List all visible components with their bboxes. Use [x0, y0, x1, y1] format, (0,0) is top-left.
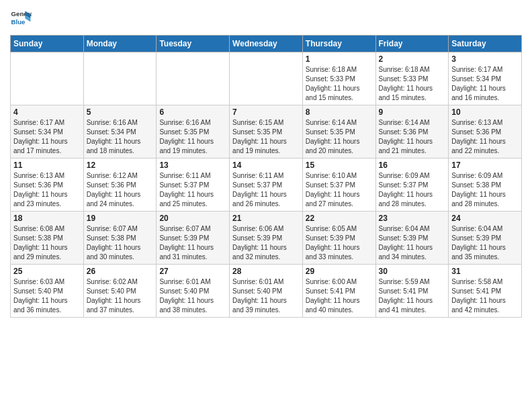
day-info: Sunrise: 5:59 AMSunset: 5:41 PMDaylight:… — [379, 277, 446, 315]
day-number: 23 — [379, 214, 446, 223]
day-header-saturday: Saturday — [449, 36, 522, 52]
week-row-5: 25Sunrise: 6:03 AMSunset: 5:40 PMDayligh… — [11, 265, 522, 318]
day-number: 30 — [379, 267, 446, 276]
day-info: Sunrise: 5:58 AMSunset: 5:41 PMDaylight:… — [451, 277, 519, 315]
day-info: Sunrise: 6:09 AMSunset: 5:38 PMDaylight:… — [451, 171, 519, 209]
logo: General Blue — [10, 7, 34, 28]
day-info: Sunrise: 6:08 AMSunset: 5:38 PMDaylight:… — [13, 224, 81, 262]
day-number: 5 — [87, 107, 154, 117]
week-row-2: 4Sunrise: 6:17 AMSunset: 5:34 PMDaylight… — [11, 105, 522, 158]
day-number: 6 — [159, 107, 226, 117]
day-header-tuesday: Tuesday — [157, 36, 230, 52]
day-cell: 28Sunrise: 6:01 AMSunset: 5:40 PMDayligh… — [230, 265, 303, 318]
day-cell: 20Sunrise: 6:07 AMSunset: 5:39 PMDayligh… — [157, 212, 230, 265]
day-number: 25 — [13, 267, 81, 276]
calendar-page: General Blue SundayMondayTuesdayWednesda… — [0, 0, 532, 328]
day-number: 20 — [159, 214, 226, 223]
day-info: Sunrise: 6:17 AMSunset: 5:34 PMDaylight:… — [451, 65, 519, 103]
day-info: Sunrise: 6:14 AMSunset: 5:35 PMDaylight:… — [306, 118, 373, 156]
day-info: Sunrise: 6:01 AMSunset: 5:40 PMDaylight:… — [159, 277, 226, 315]
day-info: Sunrise: 6:05 AMSunset: 5:39 PMDaylight:… — [306, 224, 373, 262]
day-number: 17 — [451, 161, 519, 170]
day-info: Sunrise: 6:18 AMSunset: 5:33 PMDaylight:… — [306, 65, 373, 103]
day-cell: 26Sunrise: 6:02 AMSunset: 5:40 PMDayligh… — [83, 265, 157, 318]
day-info: Sunrise: 6:01 AMSunset: 5:40 PMDaylight:… — [232, 277, 300, 315]
day-cell: 18Sunrise: 6:08 AMSunset: 5:38 PMDayligh… — [11, 212, 84, 265]
day-header-friday: Friday — [375, 36, 449, 52]
calendar-table: SundayMondayTuesdayWednesdayThursdayFrid… — [10, 35, 522, 318]
day-number: 1 — [306, 54, 373, 64]
day-cell: 17Sunrise: 6:09 AMSunset: 5:38 PMDayligh… — [449, 158, 522, 212]
day-cell — [83, 52, 157, 105]
day-info: Sunrise: 6:00 AMSunset: 5:41 PMDaylight:… — [306, 277, 373, 315]
day-cell — [11, 52, 84, 105]
day-info: Sunrise: 6:10 AMSunset: 5:37 PMDaylight:… — [306, 171, 373, 209]
day-number: 11 — [13, 161, 81, 170]
day-cell: 22Sunrise: 6:05 AMSunset: 5:39 PMDayligh… — [302, 212, 375, 265]
day-number: 21 — [232, 214, 300, 223]
day-info: Sunrise: 6:16 AMSunset: 5:35 PMDaylight:… — [159, 118, 226, 156]
day-info: Sunrise: 6:18 AMSunset: 5:33 PMDaylight:… — [379, 65, 446, 103]
day-number: 22 — [306, 214, 373, 223]
day-number: 12 — [87, 161, 154, 170]
header-row: SundayMondayTuesdayWednesdayThursdayFrid… — [11, 36, 522, 52]
day-number: 9 — [379, 107, 446, 117]
day-number: 27 — [159, 267, 226, 276]
day-info: Sunrise: 6:06 AMSunset: 5:39 PMDaylight:… — [232, 224, 300, 262]
day-header-wednesday: Wednesday — [230, 36, 303, 52]
week-row-1: 1Sunrise: 6:18 AMSunset: 5:33 PMDaylight… — [11, 52, 522, 105]
day-cell: 23Sunrise: 6:04 AMSunset: 5:39 PMDayligh… — [375, 212, 449, 265]
day-cell: 8Sunrise: 6:14 AMSunset: 5:35 PMDaylight… — [302, 105, 375, 158]
day-cell: 15Sunrise: 6:10 AMSunset: 5:37 PMDayligh… — [302, 158, 375, 212]
day-cell: 12Sunrise: 6:12 AMSunset: 5:36 PMDayligh… — [83, 158, 157, 212]
day-cell: 4Sunrise: 6:17 AMSunset: 5:34 PMDaylight… — [11, 105, 84, 158]
day-cell: 6Sunrise: 6:16 AMSunset: 5:35 PMDaylight… — [157, 105, 230, 158]
day-info: Sunrise: 6:03 AMSunset: 5:40 PMDaylight:… — [13, 277, 81, 315]
day-cell: 30Sunrise: 5:59 AMSunset: 5:41 PMDayligh… — [375, 265, 449, 318]
header: General Blue — [10, 7, 522, 28]
day-cell: 3Sunrise: 6:17 AMSunset: 5:34 PMDaylight… — [449, 52, 522, 105]
day-number: 13 — [159, 161, 226, 170]
day-number: 16 — [379, 161, 446, 170]
day-cell: 21Sunrise: 6:06 AMSunset: 5:39 PMDayligh… — [230, 212, 303, 265]
day-header-sunday: Sunday — [11, 36, 84, 52]
day-header-thursday: Thursday — [302, 36, 375, 52]
day-info: Sunrise: 6:07 AMSunset: 5:39 PMDaylight:… — [159, 224, 226, 262]
day-info: Sunrise: 6:04 AMSunset: 5:39 PMDaylight:… — [379, 224, 446, 262]
day-info: Sunrise: 6:02 AMSunset: 5:40 PMDaylight:… — [87, 277, 154, 315]
day-cell: 9Sunrise: 6:14 AMSunset: 5:36 PMDaylight… — [375, 105, 449, 158]
day-number: 8 — [306, 107, 373, 117]
day-info: Sunrise: 6:11 AMSunset: 5:37 PMDaylight:… — [232, 171, 300, 209]
day-cell: 13Sunrise: 6:11 AMSunset: 5:37 PMDayligh… — [157, 158, 230, 212]
day-cell: 27Sunrise: 6:01 AMSunset: 5:40 PMDayligh… — [157, 265, 230, 318]
day-cell: 16Sunrise: 6:09 AMSunset: 5:37 PMDayligh… — [375, 158, 449, 212]
day-cell: 11Sunrise: 6:13 AMSunset: 5:36 PMDayligh… — [11, 158, 84, 212]
day-number: 24 — [451, 214, 519, 223]
day-number: 19 — [87, 214, 154, 223]
day-info: Sunrise: 6:09 AMSunset: 5:37 PMDaylight:… — [379, 171, 446, 209]
day-number: 3 — [451, 54, 519, 64]
day-info: Sunrise: 6:16 AMSunset: 5:34 PMDaylight:… — [87, 118, 154, 156]
day-cell — [230, 52, 303, 105]
day-info: Sunrise: 6:11 AMSunset: 5:37 PMDaylight:… — [159, 171, 226, 209]
day-cell: 29Sunrise: 6:00 AMSunset: 5:41 PMDayligh… — [302, 265, 375, 318]
week-row-3: 11Sunrise: 6:13 AMSunset: 5:36 PMDayligh… — [11, 158, 522, 212]
day-info: Sunrise: 6:07 AMSunset: 5:38 PMDaylight:… — [87, 224, 154, 262]
svg-text:Blue: Blue — [11, 18, 26, 26]
day-cell — [157, 52, 230, 105]
day-cell: 31Sunrise: 5:58 AMSunset: 5:41 PMDayligh… — [449, 265, 522, 318]
day-cell: 25Sunrise: 6:03 AMSunset: 5:40 PMDayligh… — [11, 265, 84, 318]
day-cell: 14Sunrise: 6:11 AMSunset: 5:37 PMDayligh… — [230, 158, 303, 212]
day-info: Sunrise: 6:15 AMSunset: 5:35 PMDaylight:… — [232, 118, 300, 156]
day-number: 28 — [232, 267, 300, 276]
day-number: 14 — [232, 161, 300, 170]
day-number: 10 — [451, 107, 519, 117]
day-number: 7 — [232, 107, 300, 117]
day-number: 26 — [87, 267, 154, 276]
day-number: 4 — [13, 107, 81, 117]
logo-icon: General Blue — [10, 7, 32, 28]
day-info: Sunrise: 6:13 AMSunset: 5:36 PMDaylight:… — [13, 171, 81, 209]
day-info: Sunrise: 6:12 AMSunset: 5:36 PMDaylight:… — [87, 171, 154, 209]
day-info: Sunrise: 6:14 AMSunset: 5:36 PMDaylight:… — [379, 118, 446, 156]
day-info: Sunrise: 6:17 AMSunset: 5:34 PMDaylight:… — [13, 118, 81, 156]
